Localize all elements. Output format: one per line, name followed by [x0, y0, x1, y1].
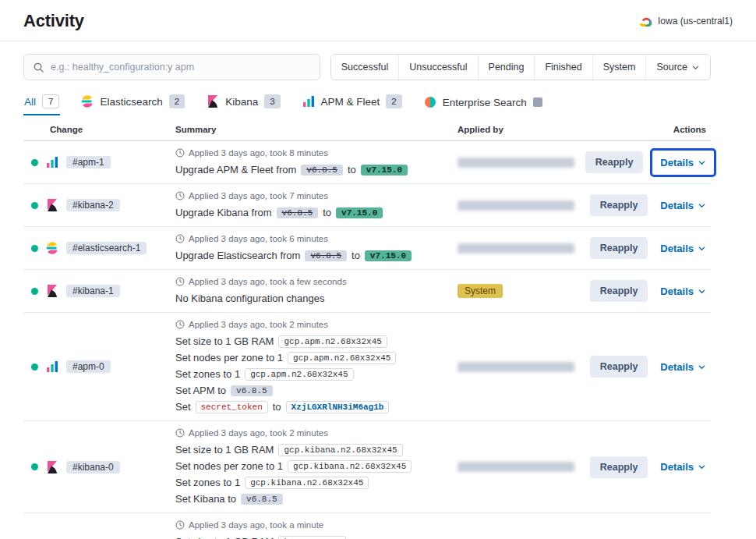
details-button[interactable]: Details	[659, 239, 708, 257]
table-row: #kibana-2Applied 3 days ago, took 7 minu…	[23, 184, 711, 227]
filter-label: Pending	[489, 62, 525, 73]
chevron-down-icon	[698, 463, 706, 471]
chevron-down-icon	[691, 63, 700, 72]
reapply-button[interactable]: Reapply	[590, 237, 648, 259]
change-id-badge: #kibana-1	[66, 285, 120, 297]
summary-line: Set nodes per zone to 1gcp.apm.n2.68x32x…	[175, 349, 443, 366]
applied-meta: Applied 3 days ago, took 7 minutes	[175, 190, 443, 202]
summary-line: Set size to 1 GB RAMgcp.apm.n2.68x32x45	[175, 333, 443, 349]
applied-meta-text: Applied 3 days ago, took a few seconds	[189, 277, 347, 286]
tab-label: Elasticsearch	[100, 96, 162, 108]
elasticsearch-icon	[46, 242, 58, 254]
details-button[interactable]: Details	[659, 197, 708, 215]
filter-button-source[interactable]: Source	[645, 55, 710, 80]
filter-button-unsuccessful[interactable]: Unsuccessful	[398, 55, 477, 80]
applied-by-cell	[450, 158, 582, 168]
filter-button-successful[interactable]: Successful	[331, 55, 398, 80]
redacted-email	[457, 158, 574, 168]
kibana-icon	[46, 285, 58, 297]
summary-line: Set APM tov6.8.5	[175, 382, 443, 399]
filter-label: Finished	[545, 62, 581, 73]
details-button[interactable]: Details	[659, 458, 708, 476]
actions-cell: ReapplyDetails	[582, 194, 711, 216]
config-code-badge: gcp.kibana.n2.68x32x45	[278, 444, 402, 456]
table-header-row: ChangeSummaryApplied byActions	[23, 120, 711, 141]
details-button[interactable]: Details	[659, 154, 708, 172]
applied-by-cell	[450, 200, 582, 211]
summary-text: to	[273, 401, 281, 413]
table-row: #kibana-0Applied 3 days ago, took 2 minu…	[23, 421, 711, 513]
filter-button-finished[interactable]: Finished	[534, 55, 592, 80]
summary-line: Set size to 1 GB RAMgcp.kibana.n2.68x32x…	[175, 441, 443, 458]
applied-meta: Applied 3 days ago, took a few seconds	[175, 275, 443, 288]
search-icon	[33, 62, 44, 73]
config-code-badge: gcp.kibana.n2.68x32x45	[288, 460, 412, 473]
table-row: #kibana-1Applied 3 days ago, took a few …	[23, 270, 711, 313]
tab-count-badge: 2	[386, 94, 401, 108]
tab-elasticsearch[interactable]: Elasticsearch2	[80, 90, 185, 115]
applied-meta: Applied 3 days ago, took a minute	[175, 519, 443, 531]
details-button[interactable]: Details	[659, 282, 708, 300]
summary-line: Set zones to 1gcp.apm.n2.68x32x45	[175, 366, 443, 382]
region-label: Iowa (us-central1)	[658, 16, 733, 27]
table-row: Applied 3 days ago, took a minuteSet siz…	[23, 513, 711, 539]
table-row: #elasticsearch-1Applied 3 days ago, took…	[23, 227, 711, 270]
summary-line: Set zones to 1gcp.kibana.n2.68x32x45	[175, 474, 443, 491]
apm-icon	[46, 156, 58, 168]
filter-button-pending[interactable]: Pending	[478, 55, 535, 80]
chevron-down-icon	[698, 201, 706, 210]
summary-text: Set Kibana to	[175, 493, 236, 505]
reapply-button[interactable]: Reapply	[590, 280, 648, 302]
summary-text: Set nodes per zone to 1	[175, 352, 283, 363]
page-title: Activity	[23, 11, 84, 31]
tab-count-placeholder	[533, 98, 542, 107]
summary-text: No Kibana configuration changes	[175, 293, 325, 304]
system-badge: System	[457, 284, 503, 298]
status-dot	[31, 288, 38, 295]
reapply-button[interactable]: Reapply	[585, 151, 644, 173]
column-header-change: Change	[23, 125, 175, 134]
summary-cell: Applied 3 days ago, took a few secondsNo…	[175, 274, 450, 308]
reapply-button[interactable]: Reapply	[590, 356, 648, 378]
config-code-badge: gcp.apm.n2.68x32x45	[278, 335, 387, 348]
filter-button-system[interactable]: System	[592, 55, 646, 80]
tab-count-badge: 7	[42, 94, 59, 108]
tab-kibana[interactable]: Kibana3	[206, 90, 281, 115]
applied-meta-text: Applied 3 days ago, took 8 minutes	[189, 148, 328, 158]
status-dot	[31, 363, 38, 371]
token-value-badge: XzjLGXRlNH3iM6ag1b	[286, 401, 390, 413]
tab-count-badge: 2	[169, 94, 185, 108]
actions-cell: ReapplyDetails	[582, 280, 711, 302]
tab-all[interactable]: All7	[23, 90, 60, 115]
column-header-summary: Summary	[175, 125, 450, 134]
new-version-badge: v7.15.0	[361, 165, 408, 176]
applied-meta: Applied 3 days ago, took 8 minutes	[175, 147, 443, 159]
tab-apm-fleet[interactable]: APM & Fleet2	[302, 90, 403, 115]
column-header-applied-by: Applied by	[450, 125, 582, 134]
applied-by-cell	[450, 362, 582, 372]
reapply-button[interactable]: Reapply	[590, 456, 648, 478]
summary-text: Upgrade Elasticsearch from	[175, 250, 300, 261]
change-cell: #kibana-1	[23, 285, 175, 297]
change-cell: #kibana-2	[23, 199, 175, 211]
summary-line: Setsecret_tokentoXzjLGXRlNH3iM6ag1b	[175, 399, 443, 415]
details-label: Details	[660, 243, 694, 254]
tab-label: Enterprise Search	[443, 97, 527, 108]
details-label: Details	[660, 200, 694, 211]
secret-token-badge: secret_token	[196, 401, 268, 413]
old-version-badge: v6.8.5	[277, 207, 319, 218]
filter-label: Successful	[341, 62, 388, 73]
tabs: All7Elasticsearch2Kibana3APM & Fleet2Ent…	[23, 90, 711, 115]
search-input[interactable]	[51, 62, 311, 73]
summary-line: Upgrade APM & Fleet fromv6.8.5tov7.15.0	[175, 161, 443, 178]
summary-text: Set size to 1 GB RAM	[175, 335, 274, 347]
change-cell: #kibana-0	[23, 461, 175, 473]
reapply-button[interactable]: Reapply	[590, 194, 648, 216]
applied-meta: Applied 3 days ago, took 2 minutes	[175, 427, 443, 439]
actions-cell: ReapplyDetails	[582, 456, 711, 478]
applied-meta-text: Applied 3 days ago, took 7 minutes	[189, 191, 328, 200]
actions-cell: ReapplyDetails	[582, 151, 711, 173]
details-button[interactable]: Details	[659, 358, 708, 376]
tab-enterprise-search[interactable]: Enterprise Search	[423, 91, 543, 115]
applied-meta-text: Applied 3 days ago, took 2 minutes	[189, 428, 328, 438]
